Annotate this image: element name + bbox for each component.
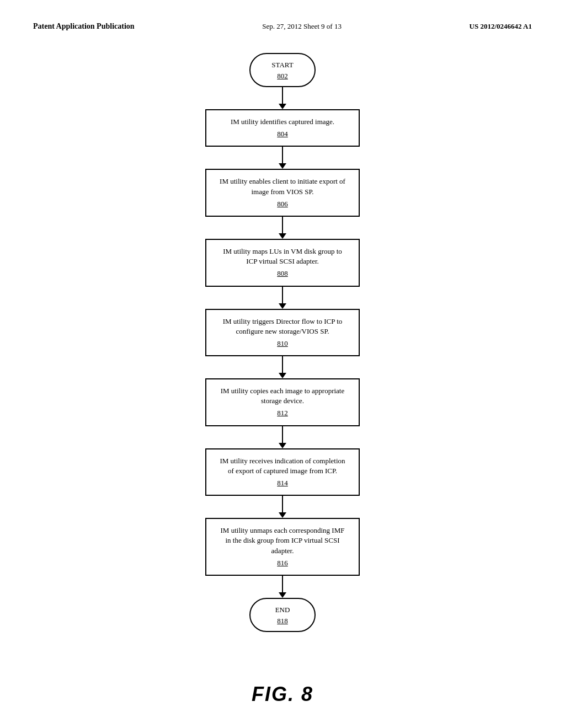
flowchart: START802IM utility identifies captured i… (33, 53, 532, 632)
node-806: IM utility enables client to initiate ex… (205, 169, 360, 217)
node-816: IM utility unmaps each corresponding IMF… (205, 518, 360, 576)
node-text-806: IM utility enables client to initiate ex… (220, 177, 345, 195)
header-left: Patent Application Publication (33, 22, 135, 31)
arrow-head (279, 303, 286, 309)
node-label-810: 810 (217, 339, 348, 349)
header-right: US 2012/0246642 A1 (470, 22, 532, 31)
node-text-816: IM utility unmaps each corresponding IMF… (221, 526, 345, 554)
node-label-802: 802 (267, 72, 298, 81)
arrow-line (282, 576, 283, 592)
node-812: IM utility copies each image to appropri… (205, 378, 360, 426)
arrow-line (282, 496, 283, 512)
node-text-812: IM utility copies each image to appropri… (221, 387, 345, 405)
arrow-line (282, 87, 283, 104)
arrow-814-to-816 (279, 496, 286, 518)
arrow-816-to-818 (279, 576, 286, 598)
node-label-812: 812 (217, 408, 348, 418)
arrow-head (279, 592, 286, 598)
node-text-814: IM utility receives indication of comple… (220, 457, 345, 475)
arrow-812-to-814 (279, 426, 286, 448)
arrow-808-to-810 (279, 287, 286, 309)
arrow-810-to-812 (279, 356, 286, 378)
arrow-line (282, 426, 283, 443)
node-label-814: 814 (217, 478, 348, 488)
node-label-808: 808 (217, 269, 348, 279)
arrow-head (279, 163, 286, 169)
arrow-head (279, 512, 286, 518)
node-814: IM utility receives indication of comple… (205, 448, 360, 496)
node-text-808: IM utility maps LUs in VM disk group to … (223, 247, 342, 265)
figure-label: FIG. 8 (252, 683, 313, 706)
node-810: IM utility triggers Director flow to ICP… (205, 309, 360, 357)
arrow-head (279, 233, 286, 239)
header: Patent Application Publication Sep. 27, … (33, 22, 532, 31)
node-802: START802 (249, 53, 316, 87)
header-center: Sep. 27, 2012 Sheet 9 of 13 (262, 22, 342, 31)
node-text-804: IM utility identifies captured image. (231, 117, 334, 126)
arrow-line (282, 287, 283, 303)
node-818: END818 (249, 598, 316, 632)
arrow-head (279, 443, 286, 448)
node-label-818: 818 (267, 617, 298, 625)
node-804: IM utility identifies captured image.804 (205, 109, 360, 147)
node-label-816: 816 (217, 558, 348, 568)
arrow-804-to-806 (279, 147, 286, 169)
arrow-802-to-804 (279, 87, 286, 109)
node-label-806: 806 (217, 199, 348, 209)
node-text-818: END (275, 606, 290, 614)
arrow-806-to-808 (279, 217, 286, 239)
arrow-line (282, 147, 283, 163)
arrow-head (279, 373, 286, 378)
node-text-810: IM utility triggers Director flow to ICP… (223, 317, 343, 335)
page: Patent Application Publication Sep. 27, … (0, 0, 565, 728)
arrow-head (279, 104, 286, 109)
arrow-line (282, 356, 283, 373)
node-label-804: 804 (217, 129, 348, 139)
arrow-line (282, 217, 283, 233)
node-808: IM utility maps LUs in VM disk group to … (205, 239, 360, 287)
node-text-802: START (271, 61, 293, 69)
